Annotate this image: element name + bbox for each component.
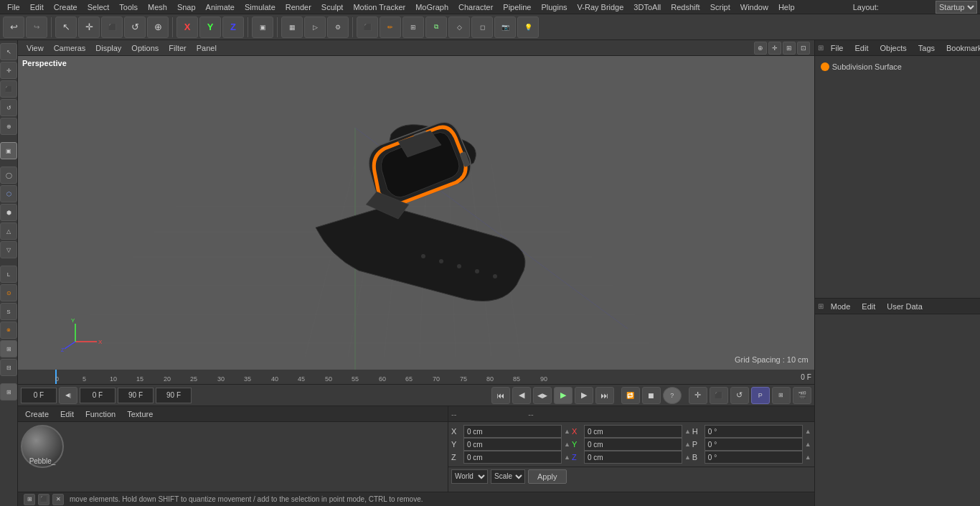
menu-tools[interactable]: Tools — [115, 0, 142, 14]
menu-redshift[interactable]: Redshift — [666, 0, 704, 14]
vp-icon-4[interactable]: ⊡ — [797, 42, 810, 55]
attr-edit[interactable]: Edit — [857, 299, 880, 314]
object-mode[interactable]: ▣ — [252, 17, 273, 38]
menu-file[interactable]: File — [3, 0, 24, 14]
select-tool[interactable]: ↖ — [55, 17, 77, 38]
spline-tool[interactable]: ✏ — [380, 17, 401, 38]
mat-edit[interactable]: Edit — [56, 406, 78, 422]
menu-create[interactable]: Create — [50, 0, 82, 14]
end-frame-input[interactable] — [156, 388, 192, 403]
render-settings[interactable]: ⚙ — [327, 17, 349, 38]
scene-tool[interactable]: ◻ — [471, 17, 493, 38]
stop-btn[interactable]: ⏹ — [642, 387, 661, 404]
rot-p-input[interactable] — [705, 438, 803, 451]
size-z-input[interactable] — [584, 451, 682, 464]
z-pos-input[interactable] — [463, 451, 562, 464]
menu-mograph[interactable]: MoGraph — [411, 0, 453, 14]
vp-icon-1[interactable]: ⊕ — [754, 42, 767, 55]
attr-user-data[interactable]: User Data — [882, 299, 927, 314]
menu-sculpt[interactable]: Sculpt — [317, 0, 348, 14]
mat-texture[interactable]: Texture — [123, 406, 157, 422]
nurbs-tool[interactable]: ⊞ — [402, 17, 424, 38]
keyframe-btn[interactable]: ⊞ — [772, 387, 791, 404]
mat-function[interactable]: Function — [81, 406, 120, 422]
sidebar-btn-10[interactable]: △ — [0, 222, 17, 240]
go-start[interactable]: ⏮ — [491, 387, 510, 404]
vp-icon-2[interactable]: ✛ — [768, 42, 781, 55]
help-btn[interactable]: ? — [663, 387, 682, 404]
menu-vray[interactable]: V-Ray Bridge — [573, 0, 628, 14]
sidebar-btn-13[interactable]: ⊙ — [0, 284, 17, 301]
attr-mode[interactable]: Mode — [826, 299, 855, 314]
y-axis[interactable]: Y — [199, 17, 221, 38]
world-select[interactable]: World Object — [451, 469, 488, 484]
vp-menu-cameras[interactable]: Cameras — [50, 40, 90, 56]
material-item[interactable]: Pebble_ — [21, 425, 64, 489]
light-tool[interactable]: 💡 — [517, 17, 539, 38]
menu-window[interactable]: Window — [736, 0, 773, 14]
menu-select[interactable]: Select — [83, 0, 114, 14]
undo-button[interactable]: ↩ — [3, 17, 24, 38]
status-icon-1[interactable]: ⊞ — [24, 494, 35, 505]
y-pos-input[interactable] — [463, 438, 562, 451]
menu-animate[interactable]: Animate — [202, 0, 239, 14]
menu-help[interactable]: Help — [774, 0, 799, 14]
menu-character[interactable]: Character — [454, 0, 497, 14]
x-pos-input[interactable] — [463, 425, 562, 438]
rot-h-input[interactable] — [705, 425, 803, 438]
layout-select[interactable]: Startup — [936, 1, 977, 14]
sidebar-btn-15[interactable]: ⊗ — [0, 322, 17, 339]
sidebar-btn-16[interactable]: ⊞ — [0, 340, 17, 357]
menu-plugins[interactable]: Plugins — [537, 0, 571, 14]
rot-b-input[interactable] — [705, 451, 803, 464]
cube-tool[interactable]: ⬛ — [357, 17, 378, 38]
timeline-ticks[interactable]: 0 5 10 15 20 25 30 35 40 45 50 55 60 65 … — [18, 370, 814, 384]
sidebar-btn-17[interactable]: ⊟ — [0, 359, 17, 376]
scale-select[interactable]: Scale — [491, 469, 525, 484]
obj-file[interactable]: File — [826, 40, 848, 56]
rotate-tool[interactable]: ↺ — [124, 17, 146, 38]
mat-create[interactable]: Create — [21, 406, 53, 422]
preview-start-input[interactable] — [80, 388, 116, 403]
frame-prev-btn[interactable]: ◀| — [59, 387, 77, 404]
sidebar-btn-11[interactable]: ▽ — [0, 241, 17, 258]
x-axis[interactable]: X — [176, 17, 198, 38]
vp-menu-view[interactable]: View — [22, 40, 48, 56]
rot-btn[interactable]: ↺ — [730, 387, 749, 404]
go-end[interactable]: ⏭ — [595, 387, 614, 404]
sidebar-btn-2[interactable]: ✛ — [0, 62, 17, 79]
sidebar-btn-9[interactable]: ⬢ — [0, 204, 17, 221]
obj-tags[interactable]: Tags — [914, 40, 939, 56]
obj-edit[interactable]: Edit — [851, 40, 873, 56]
render-view[interactable]: ▷ — [304, 17, 326, 38]
start-frame-input[interactable] — [21, 388, 57, 403]
menu-render[interactable]: Render — [281, 0, 316, 14]
move-tool[interactable]: ✛ — [78, 17, 100, 38]
menu-snap[interactable]: Snap — [173, 0, 200, 14]
play-fwd[interactable]: ▶ — [554, 387, 573, 404]
menu-3dtoall[interactable]: 3DToAll — [629, 0, 665, 14]
array-tool[interactable]: ⧉ — [425, 17, 447, 38]
sidebar-btn-4[interactable]: ↺ — [0, 99, 17, 116]
sidebar-btn-6[interactable]: ▣ — [0, 142, 17, 159]
anim-btn[interactable]: 🎬 — [793, 387, 811, 404]
step-back[interactable]: ◀ — [512, 387, 531, 404]
sidebar-btn-18[interactable]: ⊞ — [0, 383, 17, 400]
scale-tool[interactable]: ⬛ — [101, 17, 123, 38]
move-btn[interactable]: ✛ — [689, 387, 707, 404]
obj-bookmarks[interactable]: Bookmarks — [942, 40, 980, 56]
sidebar-btn-3[interactable]: ⬛ — [0, 80, 17, 98]
apply-button[interactable]: Apply — [528, 469, 567, 484]
deformer-tool[interactable]: ◇ — [448, 17, 470, 38]
sidebar-btn-12[interactable]: L — [0, 266, 17, 283]
object-item-subdivision[interactable]: Subdivision Surface ✏ ✓ — [818, 59, 980, 75]
play-back[interactable]: ◀▶ — [533, 387, 552, 404]
param-btn[interactable]: P — [751, 387, 770, 404]
sidebar-btn-5[interactable]: ⊕ — [0, 118, 17, 135]
vp-menu-options[interactable]: Options — [127, 40, 163, 56]
sidebar-btn-1[interactable]: ↖ — [0, 43, 17, 60]
menu-pipeline[interactable]: Pipeline — [499, 0, 535, 14]
transform-tool[interactable]: ⊕ — [147, 17, 169, 38]
size-x-input[interactable] — [584, 425, 682, 438]
menu-simulate[interactable]: Simulate — [240, 0, 280, 14]
